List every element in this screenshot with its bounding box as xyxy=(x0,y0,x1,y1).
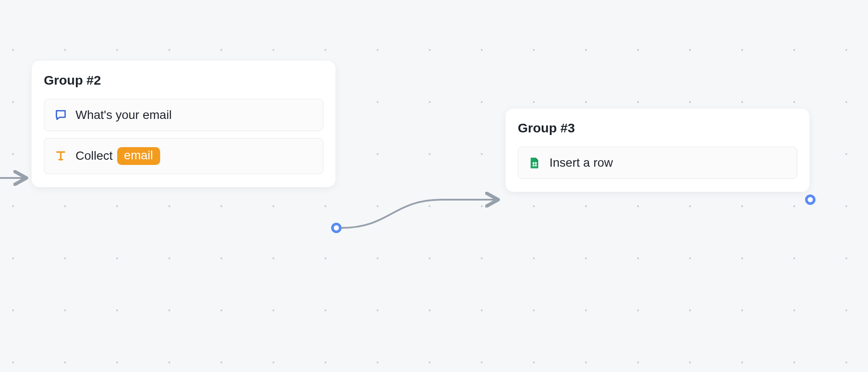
variable-tag[interactable]: email xyxy=(117,147,160,165)
svg-point-29 xyxy=(637,101,639,103)
node-group-2[interactable]: Group #2 What's your email Collect email xyxy=(32,61,335,187)
svg-point-118 xyxy=(845,362,847,363)
block-chat-message[interactable]: What's your email xyxy=(44,99,323,131)
svg-point-4 xyxy=(220,49,222,51)
svg-point-66 xyxy=(793,205,795,207)
svg-point-13 xyxy=(689,49,691,51)
svg-point-99 xyxy=(741,309,743,311)
output-port-g3[interactable] xyxy=(805,194,815,205)
svg-point-24 xyxy=(377,101,378,103)
svg-point-93 xyxy=(429,309,431,311)
block-label: What's your email xyxy=(76,108,172,122)
svg-point-65 xyxy=(741,205,743,207)
svg-point-70 xyxy=(116,257,118,259)
node-group-3[interactable]: Group #3 Insert a row xyxy=(506,109,809,192)
svg-point-111 xyxy=(481,362,483,363)
svg-point-25 xyxy=(429,101,431,103)
svg-point-6 xyxy=(325,49,326,51)
svg-point-42 xyxy=(429,153,431,155)
svg-point-109 xyxy=(377,362,378,363)
svg-point-17 xyxy=(12,101,14,103)
svg-point-50 xyxy=(845,153,847,155)
collect-prefix: Collect xyxy=(76,149,113,163)
svg-point-78 xyxy=(533,257,535,259)
node-title: Group #2 xyxy=(44,73,323,88)
svg-point-41 xyxy=(377,153,378,155)
svg-point-117 xyxy=(793,362,795,363)
svg-point-27 xyxy=(533,101,535,103)
svg-point-16 xyxy=(845,49,847,51)
svg-point-77 xyxy=(481,257,483,259)
svg-point-76 xyxy=(429,257,431,259)
chat-icon xyxy=(54,108,68,122)
block-collect-input[interactable]: Collect email xyxy=(44,138,323,174)
svg-point-90 xyxy=(273,309,274,311)
svg-point-100 xyxy=(793,309,795,311)
svg-point-110 xyxy=(429,362,431,363)
svg-point-8 xyxy=(429,49,431,51)
svg-point-98 xyxy=(689,309,691,311)
block-sheets-insert[interactable]: Insert a row xyxy=(518,147,797,179)
svg-point-102 xyxy=(12,362,14,363)
svg-point-114 xyxy=(637,362,639,363)
svg-point-91 xyxy=(325,309,326,311)
svg-point-96 xyxy=(585,309,587,311)
output-port-g2[interactable] xyxy=(331,223,342,233)
svg-point-83 xyxy=(793,257,795,259)
svg-point-31 xyxy=(741,101,743,103)
svg-point-26 xyxy=(481,101,483,103)
svg-point-1 xyxy=(64,49,66,51)
svg-point-86 xyxy=(64,309,66,311)
svg-point-34 xyxy=(12,153,14,155)
svg-point-68 xyxy=(12,257,14,259)
svg-point-55 xyxy=(220,205,222,207)
svg-point-51 xyxy=(12,205,14,207)
svg-point-32 xyxy=(793,101,795,103)
svg-point-104 xyxy=(116,362,118,363)
svg-point-9 xyxy=(481,49,483,51)
svg-point-59 xyxy=(429,205,431,207)
svg-point-92 xyxy=(377,309,378,311)
svg-point-63 xyxy=(637,205,639,207)
svg-point-64 xyxy=(689,205,691,207)
svg-point-28 xyxy=(585,101,587,103)
svg-point-43 xyxy=(481,153,483,155)
svg-point-56 xyxy=(273,205,274,207)
svg-point-82 xyxy=(741,257,743,259)
svg-point-61 xyxy=(533,205,535,207)
svg-point-108 xyxy=(325,362,326,363)
svg-point-107 xyxy=(273,362,274,363)
svg-point-11 xyxy=(585,49,587,51)
svg-point-2 xyxy=(116,49,118,51)
svg-point-106 xyxy=(220,362,222,363)
svg-point-67 xyxy=(845,205,847,207)
svg-point-116 xyxy=(741,362,743,363)
svg-point-12 xyxy=(637,49,639,51)
svg-point-69 xyxy=(64,257,66,259)
svg-point-81 xyxy=(689,257,691,259)
svg-point-88 xyxy=(168,309,170,311)
svg-point-84 xyxy=(845,257,847,259)
svg-point-3 xyxy=(168,49,170,51)
svg-point-95 xyxy=(533,309,535,311)
svg-point-58 xyxy=(377,205,378,207)
svg-point-89 xyxy=(220,309,222,311)
svg-point-15 xyxy=(793,49,795,51)
svg-point-74 xyxy=(325,257,326,259)
svg-point-101 xyxy=(845,309,847,311)
svg-point-10 xyxy=(533,49,535,51)
svg-point-30 xyxy=(689,101,691,103)
svg-point-85 xyxy=(12,309,14,311)
svg-point-33 xyxy=(845,101,847,103)
svg-point-105 xyxy=(168,362,170,363)
flow-canvas[interactable]: Group #2 What's your email Collect email xyxy=(0,0,868,372)
svg-point-87 xyxy=(116,309,118,311)
svg-point-94 xyxy=(481,309,483,311)
svg-point-14 xyxy=(741,49,743,51)
text-icon xyxy=(54,149,68,163)
svg-point-73 xyxy=(273,257,274,259)
svg-point-53 xyxy=(116,205,118,207)
svg-point-72 xyxy=(220,257,222,259)
svg-point-7 xyxy=(377,49,378,51)
svg-point-115 xyxy=(689,362,691,363)
